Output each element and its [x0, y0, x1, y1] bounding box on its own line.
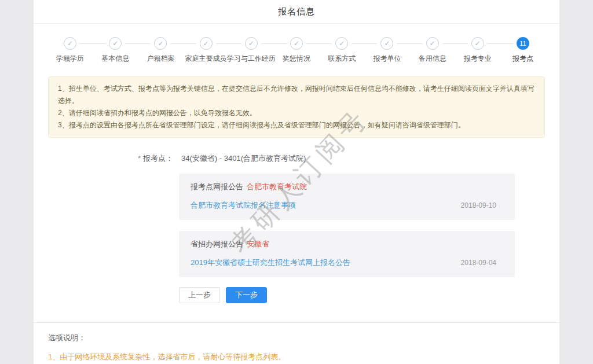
announcement-heading-row: 报考点网报公告合肥市教育考试院: [191, 182, 503, 192]
notes-heading: 选项说明：: [48, 333, 545, 343]
check-icon: ✓: [109, 37, 122, 50]
check-icon: ✓: [380, 37, 393, 50]
step-item-jiangcheng[interactable]: ✓ 奖惩情况: [290, 37, 303, 50]
step-connector: [261, 43, 287, 44]
exam-site-announcement-box: 报考点网报公告合肥市教育考试院 合肥市教育考试院报名注意事项 2018-09-1…: [179, 174, 515, 220]
step-label: 报考点: [513, 54, 533, 64]
check-icon: ✓: [335, 37, 348, 50]
announcement-date: 2018-09-04: [461, 259, 496, 267]
announcement-date: 2018-09-10: [461, 201, 496, 209]
announcement-org: 安徽省: [247, 240, 269, 248]
notice-box: 1、招生单位、考试方式、报考点等为报考关键信息，在提交信息后不允许修改，网报时间…: [48, 76, 545, 138]
notice-line: 2、请仔细阅读省招办和报考点的网报公告，以免导致报名无效。: [58, 107, 535, 119]
announcement-org: 合肥市教育考试院: [247, 182, 307, 191]
check-icon: ✓: [200, 37, 213, 50]
exam-site-label: 报考点：: [143, 154, 173, 163]
step-label: 奖惩情况: [283, 54, 310, 64]
step-label: 家庭主要成员: [185, 54, 227, 64]
registration-card: 报名信息 ✓ 学籍学历 ✓ 基本信息 ✓ 户籍档案 ✓ 家庭主要成员 ✓ 学习与…: [34, 0, 559, 364]
announcement-link-row: 合肥市教育考试院报名注意事项 2018-09-10: [191, 200, 503, 211]
step-item-jiben-xinxi[interactable]: ✓ 基本信息: [109, 37, 122, 50]
step-connector: [488, 43, 513, 44]
step-label: 学籍学历: [56, 54, 84, 64]
stepper: ✓ 学籍学历 ✓ 基本信息 ✓ 户籍档案 ✓ 家庭主要成员 ✓ 学习与工作经历 …: [64, 37, 529, 50]
step-connector: [80, 43, 105, 44]
step-item-xueji-xueli[interactable]: ✓ 学籍学历: [64, 37, 76, 50]
required-mark: *: [138, 154, 141, 163]
notice-line: 3、报考点的设置由各报考点所在省级管理部门设定，请仔细阅读报考点及省级管理部门的…: [58, 119, 535, 131]
announcement-heading: 报考点网报公告: [191, 182, 243, 191]
announcement-link[interactable]: 合肥市教育考试院报名注意事项: [191, 200, 296, 211]
exam-site-value: 34(安徽省) - 3401(合肥市教育考试院): [181, 154, 306, 163]
exam-site-row: *报考点：34(安徽省) - 3401(合肥市教育考试院): [138, 153, 559, 164]
step-label: 户籍档案: [147, 54, 174, 64]
step-label: 报考专业: [464, 54, 492, 64]
page-title: 报名信息: [278, 6, 315, 17]
announcement-link-row: 2019年安徽省硕士研究生招生考试网上报名公告 2018-09-04: [191, 258, 503, 268]
step-connector: [125, 43, 151, 44]
provincial-announcement-box: 省招办网报公告安徽省 2019年安徽省硕士研究生招生考试网上报名公告 2018-…: [179, 231, 515, 277]
check-icon: ✓: [245, 37, 258, 50]
step-item-baokaodian[interactable]: 11 报考点: [517, 37, 529, 50]
step-label: 备用信息: [419, 54, 446, 64]
step-label: 学习与工作经历: [227, 54, 276, 64]
next-step-button[interactable]: 下一步: [226, 287, 267, 303]
step-item-jiating-chengyuan[interactable]: ✓ 家庭主要成员: [200, 37, 213, 50]
check-icon: ✓: [290, 37, 303, 50]
step-connector: [216, 43, 241, 44]
step-item-huji-dangan[interactable]: ✓ 户籍档案: [154, 37, 167, 50]
step-item-baokao-danwei[interactable]: ✓ 报考单位: [380, 37, 393, 50]
step-item-lianxi-fangshi[interactable]: ✓ 联系方式: [335, 37, 348, 50]
step-label: 联系方式: [328, 54, 356, 64]
check-icon: ✓: [154, 37, 167, 50]
step-label: 基本信息: [101, 54, 129, 64]
step-connector: [306, 43, 332, 44]
active-step-badge: 11: [517, 37, 529, 50]
check-icon: ✓: [64, 37, 76, 50]
announcement-heading: 省招办网报公告: [191, 240, 243, 248]
notes-section: 选项说明： 1、由于网络环境及系统复杂性，选择省市后，请耐心等待报考点列表。 2…: [34, 322, 559, 364]
step-connector: [442, 43, 468, 44]
note-item: 1、由于网络环境及系统复杂性，选择省市后，请耐心等待报考点列表。: [48, 352, 545, 362]
notice-line: 1、招生单位、考试方式、报考点等为报考关键信息，在提交信息后不允许修改，网报时间…: [58, 83, 535, 107]
step-connector: [352, 43, 377, 44]
check-icon: ✓: [471, 37, 484, 50]
page-header: 报名信息: [34, 0, 559, 24]
announcement-link[interactable]: 2019年安徽省硕士研究生招生考试网上报名公告: [191, 258, 350, 268]
step-connector: [170, 43, 196, 44]
step-item-baokao-zhuanye[interactable]: ✓ 报考专业: [471, 37, 484, 50]
step-label: 报考单位: [373, 54, 401, 64]
step-item-xuexi-gongzuo[interactable]: ✓ 学习与工作经历: [245, 37, 258, 50]
announcement-heading-row: 省招办网报公告安徽省: [191, 239, 503, 249]
step-connector: [397, 43, 422, 44]
prev-step-button[interactable]: 上一步: [179, 287, 220, 303]
step-item-beiyong-xinxi[interactable]: ✓ 备用信息: [426, 37, 439, 50]
button-row: 上一步 下一步: [179, 287, 559, 303]
check-icon: ✓: [426, 37, 439, 50]
